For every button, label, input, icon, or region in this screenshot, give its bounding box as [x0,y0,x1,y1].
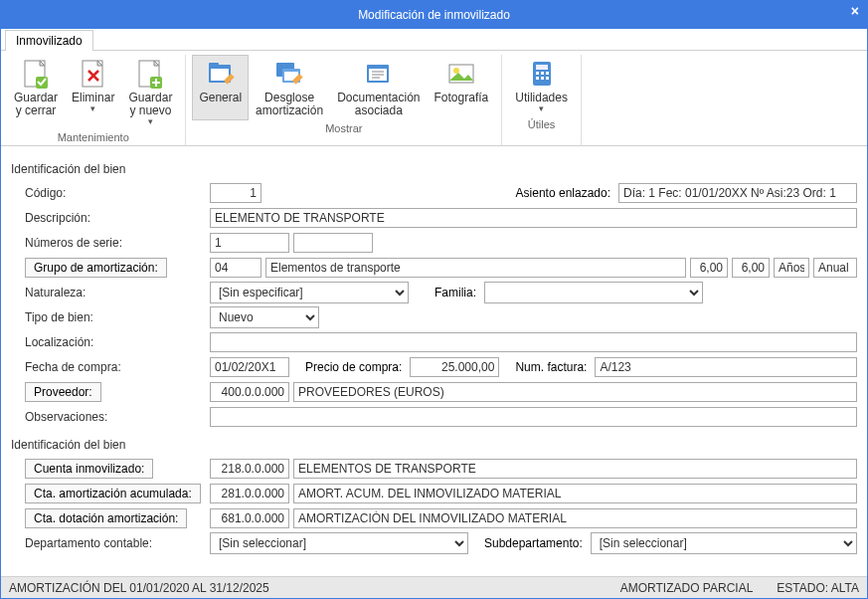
grupo-code-input[interactable] [210,258,261,278]
delete-button[interactable]: Eliminar ▾ [65,55,121,129]
page-add-icon [134,58,166,90]
breakdown-button[interactable]: Desglose amortización [249,55,330,120]
group-caption: Útiles [528,118,556,130]
tipo-label: Tipo de bien: [11,310,210,324]
grupo-period-input[interactable] [813,258,857,278]
grupo-name-input[interactable] [265,258,686,278]
ribbon-group-show: General Desglose amortización Documentac… [186,55,502,145]
codigo-input[interactable] [210,183,261,203]
svg-rect-6 [209,63,219,69]
tabstrip: Inmovilizado [1,29,867,51]
status-mid: AMORTIZADO PARCIAL [620,581,754,595]
numfac-label: Num. factura: [515,360,587,374]
svg-rect-21 [536,65,548,70]
label: Guardar y nuevo [128,92,172,117]
calculator-icon [526,58,558,90]
nserie-input1[interactable] [210,233,289,253]
cuenta-inm-code-input[interactable] [210,459,289,479]
documentation-button[interactable]: Documentación asociada [330,55,427,120]
chevron-down-icon: ▾ [90,103,95,113]
nserie-input2[interactable] [293,233,373,253]
naturaleza-label: Naturaleza: [11,286,210,300]
codigo-label: Código: [11,186,210,200]
titlebar: Modificación de inmovilizado × [1,1,867,29]
proveedor-name-input[interactable] [293,382,857,402]
tipo-select[interactable]: Nuevo [210,306,319,328]
fecha-label: Fecha de compra: [11,360,210,374]
chevron-down-icon: ▾ [539,103,544,113]
svg-rect-27 [546,77,549,80]
tab-inmovilizado[interactable]: Inmovilizado [5,30,93,51]
precio-input[interactable] [410,357,499,377]
subdepto-select[interactable]: [Sin seleccionar] [591,532,857,554]
ribbon-group-maintenance: Guardar y cerrar Eliminar ▾ Guardar y nu… [1,55,186,145]
folders-pencil-icon [273,58,305,90]
numfac-input[interactable] [595,357,857,377]
ribbon: Guardar y cerrar Eliminar ▾ Guardar y nu… [1,51,867,146]
observaciones-label: Observaciones: [11,410,210,424]
familia-select[interactable] [484,282,703,303]
cta-amortizacion-button[interactable]: Cta. amortización acumulada: [25,484,201,503]
status-right: ESTADO: ALTA [777,581,859,595]
save-new-button[interactable]: Guardar y nuevo ▾ [121,55,179,129]
save-close-button[interactable]: Guardar y cerrar [7,55,65,129]
general-button[interactable]: General [192,55,249,120]
descripcion-input[interactable] [210,208,857,228]
svg-rect-23 [541,72,544,75]
folder-doc-icon [363,58,395,90]
nserie-label: Números de serie: [11,236,210,250]
label: Fotografía [434,92,489,104]
grupo-v2-input[interactable] [732,258,770,278]
label: General [199,92,242,104]
fecha-input[interactable] [210,357,289,377]
utilities-button[interactable]: Utilidades ▾ [508,55,575,116]
naturaleza-select[interactable]: [Sin especificar] [210,282,409,303]
close-icon[interactable]: × [851,3,859,19]
form-body: Identificación del bien Código: Asiento … [1,146,867,576]
grupo-v1-input[interactable] [690,258,728,278]
grupo-unit-input[interactable] [774,258,809,278]
folder-pencil-icon [205,58,237,90]
cta-amort-name-input[interactable] [293,484,857,503]
cta-amort-code-input[interactable] [210,484,289,503]
cuenta-inm-name-input[interactable] [293,459,857,479]
label: Desglose amortización [256,92,323,117]
cta-dot-code-input[interactable] [210,508,289,528]
asiento-label: Asiento enlazado: [516,186,610,200]
photo-button[interactable]: Fotografía [428,55,496,120]
section-title: Identificación del bien [11,162,857,176]
label: Documentación asociada [337,92,420,117]
page-delete-icon [78,58,109,90]
photo-icon [445,58,477,90]
svg-rect-22 [536,72,539,75]
status-left: AMORTIZACIÓN DEL 01/01/2020 AL 31/12/202… [9,581,269,595]
tab-label: Inmovilizado [16,34,83,48]
chevron-down-icon: ▾ [148,116,153,126]
depto-label: Departamento contable: [11,536,210,550]
window-title: Modificación de inmovilizado [358,8,510,22]
svg-rect-25 [536,77,539,80]
svg-rect-26 [541,77,544,80]
statusbar: AMORTIZACIÓN DEL 01/01/2020 AL 31/12/202… [1,576,867,598]
depto-select[interactable]: [Sin seleccionar] [210,532,468,554]
observaciones-input[interactable] [210,407,857,427]
descripcion-label: Descripción: [11,211,210,225]
proveedor-button[interactable]: Proveedor: [25,382,101,402]
grupo-amortizacion-button[interactable]: Grupo de amortización: [25,258,167,278]
precio-label: Precio de compra: [305,360,402,374]
label: Guardar y cerrar [14,92,58,117]
subdepto-label: Subdepartamento: [484,536,583,550]
page-save-icon [20,58,52,90]
proveedor-code-input[interactable] [210,382,289,402]
cta-dot-name-input[interactable] [293,508,857,528]
svg-rect-24 [546,72,549,75]
localizacion-label: Localización: [11,335,210,349]
group-caption: Mostrar [325,122,362,134]
asiento-input[interactable] [618,183,857,203]
group-caption: Mantenimiento [58,131,129,143]
cta-dotacion-button[interactable]: Cta. dotación amortización: [25,508,187,528]
cuenta-inmovilizado-button[interactable]: Cuenta inmovilizado: [25,459,153,479]
familia-label: Familia: [417,286,476,300]
localizacion-input[interactable] [210,332,857,352]
section-title-2: Identificación del bien [11,438,857,452]
